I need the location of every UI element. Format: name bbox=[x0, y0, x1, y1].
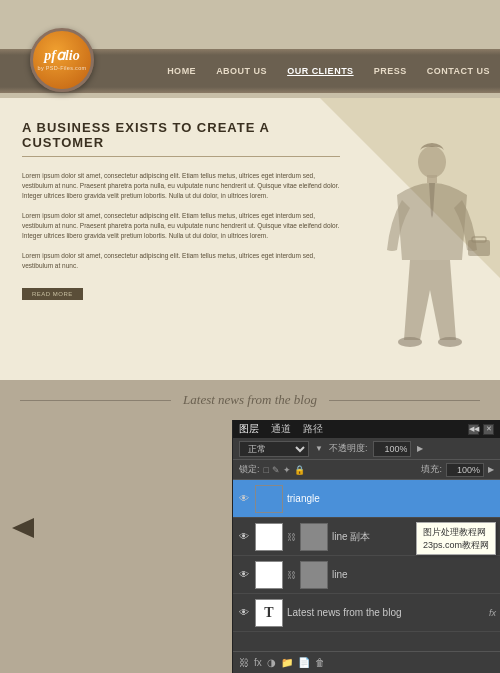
ps-thumb-line-copy bbox=[255, 523, 283, 551]
ps-close-button[interactable]: ✕ bbox=[483, 424, 494, 435]
ps-opacity-label: 不透明度: bbox=[329, 442, 368, 455]
ps-new-layer-icon[interactable]: 📄 bbox=[298, 657, 310, 668]
nav-press[interactable]: PRESS bbox=[374, 66, 407, 76]
para-2: Lorem ipsum dolor sit amet, consectetur … bbox=[22, 211, 340, 241]
ps-eye-text[interactable]: 👁 bbox=[237, 606, 251, 620]
news-divider: Latest news from the blog bbox=[0, 380, 500, 420]
ps-window-controls: ◀◀ ✕ bbox=[468, 424, 494, 435]
ps-eye-line-copy[interactable]: 👁 bbox=[237, 530, 251, 544]
ps-opacity-arrow: ▶ bbox=[417, 444, 423, 453]
ps-tab-layers[interactable]: 图层 bbox=[239, 422, 259, 436]
ps-eye-triangle[interactable]: 👁 bbox=[237, 492, 251, 506]
ps-tab-channels[interactable]: 通道 bbox=[271, 422, 291, 436]
svg-point-5 bbox=[438, 337, 462, 347]
svg-point-0 bbox=[418, 146, 446, 178]
nav-home[interactable]: HOME bbox=[167, 66, 196, 76]
ps-lock-paint-icon[interactable]: ✎ bbox=[272, 465, 280, 475]
nav-bar: HOME ABOUT US OUR CLIENTS PRESS CONTACT … bbox=[167, 66, 490, 76]
para-1: Lorem ipsum dolor sit amet, consectetur … bbox=[22, 171, 340, 201]
ps-layer-text[interactable]: 👁 T Latest news from the blog fx bbox=[233, 594, 500, 632]
photoshop-area: 图层 通道 路径 ◀◀ ✕ 正常 ▼ 不透明度: ▶ 锁定: □ ✎ bbox=[0, 420, 500, 673]
ps-mask-line-copy bbox=[300, 523, 328, 551]
ps-fill-input[interactable] bbox=[446, 463, 484, 477]
main-content-area: A BUSINESS EXISTS TO CREATE A CUSTOMER L… bbox=[0, 98, 500, 380]
website-preview: HOME ABOUT US OUR CLIENTS PRESS CONTACT … bbox=[0, 0, 500, 380]
ps-layer-triangle[interactable]: 👁 triangle bbox=[233, 480, 500, 518]
ps-opacity-input[interactable] bbox=[373, 441, 411, 457]
svg-point-4 bbox=[398, 337, 422, 347]
logo[interactable]: pfɑlio by PSD-Files.com bbox=[30, 28, 94, 92]
ps-delete-icon[interactable]: 🗑 bbox=[315, 657, 325, 668]
ps-blend-mode-select[interactable]: 正常 bbox=[239, 441, 309, 457]
ps-lock-icons: □ ✎ ✦ 🔒 bbox=[264, 465, 305, 475]
ps-lock-transparent-icon[interactable]: □ bbox=[264, 465, 269, 475]
ps-fx-button[interactable]: fx bbox=[254, 657, 262, 668]
read-more-button[interactable]: read more bbox=[22, 288, 83, 300]
ps-layer-name-triangle: triangle bbox=[287, 493, 496, 504]
ps-fx-label: fx bbox=[489, 608, 496, 618]
ps-tab-paths[interactable]: 路径 bbox=[303, 422, 323, 436]
ps-lock-move-icon[interactable]: ✦ bbox=[283, 465, 291, 475]
nav-about[interactable]: ABOUT US bbox=[216, 66, 267, 76]
logo-sub-text: by PSD-Files.com bbox=[38, 65, 87, 71]
nav-contact[interactable]: CONTACT US bbox=[427, 66, 490, 76]
ps-title-bar: 图层 通道 路径 ◀◀ ✕ bbox=[233, 420, 500, 438]
man-svg bbox=[372, 140, 492, 380]
content-left: A BUSINESS EXISTS TO CREATE A CUSTOMER L… bbox=[0, 98, 360, 380]
ps-mask-line bbox=[300, 561, 328, 589]
photoshop-panel: 图层 通道 路径 ◀◀ ✕ 正常 ▼ 不透明度: ▶ 锁定: □ ✎ bbox=[232, 420, 500, 673]
ps-thumb-line bbox=[255, 561, 283, 589]
ps-eye-line[interactable]: 👁 bbox=[237, 568, 251, 582]
ps-chain-line: ⛓ bbox=[287, 570, 296, 580]
ps-adjustment-icon[interactable]: ◑ bbox=[267, 657, 276, 668]
man-illustration bbox=[360, 98, 500, 380]
hero-title: A BUSINESS EXISTS TO CREATE A CUSTOMER bbox=[22, 120, 340, 157]
ps-layers-list: 👁 triangle 👁 ⛓ line 副本 图片处理教程网23ps.com教程… bbox=[233, 480, 500, 632]
ps-tooltip-line-copy: 图片处理教程网23ps.com教程网 bbox=[416, 522, 496, 555]
ps-layer-name-text: Latest news from the blog bbox=[287, 607, 485, 618]
divider-text: Latest news from the blog bbox=[171, 392, 329, 408]
ps-fill-arrow: ▶ bbox=[488, 465, 494, 474]
nav-clients[interactable]: OUR CLIENTS bbox=[287, 66, 354, 76]
ps-link-icon[interactable]: ⛓ bbox=[239, 657, 249, 668]
ps-layer-line-copy[interactable]: 👁 ⛓ line 副本 图片处理教程网23ps.com教程网 bbox=[233, 518, 500, 556]
ps-layer-name-line: line bbox=[332, 569, 496, 580]
ps-collapse-button[interactable]: ◀◀ bbox=[468, 424, 479, 435]
para-3: Lorem ipsum dolor sit amet, consectetur … bbox=[22, 251, 340, 271]
logo-main-text: pfɑlio bbox=[44, 49, 79, 63]
ps-tabs: 图层 通道 路径 bbox=[239, 422, 323, 436]
ps-lock-label: 锁定: bbox=[239, 463, 260, 476]
ps-folder-icon[interactable]: 📁 bbox=[281, 657, 293, 668]
ps-fill-label: 填充: bbox=[421, 463, 442, 476]
ps-opacity-toolbar: 正常 ▼ 不透明度: ▶ bbox=[233, 438, 500, 460]
ps-blend-arrow: ▼ bbox=[315, 444, 323, 453]
ps-thumb-text: T bbox=[255, 599, 283, 627]
triangle-arrow-icon bbox=[12, 518, 34, 538]
ps-bottom-toolbar: ⛓ fx ◑ 📁 📄 🗑 bbox=[233, 651, 500, 673]
ps-lock-row: 锁定: □ ✎ ✦ 🔒 填充: ▶ bbox=[233, 460, 500, 480]
ps-thumb-triangle bbox=[255, 485, 283, 513]
ps-layer-line[interactable]: 👁 ⛓ line bbox=[233, 556, 500, 594]
ps-chain-line-copy: ⛓ bbox=[287, 532, 296, 542]
ps-lock-all-icon[interactable]: 🔒 bbox=[294, 465, 305, 475]
svg-rect-1 bbox=[427, 175, 437, 183]
ps-bottom-icons: ⛓ fx ◑ 📁 📄 🗑 bbox=[239, 657, 325, 668]
